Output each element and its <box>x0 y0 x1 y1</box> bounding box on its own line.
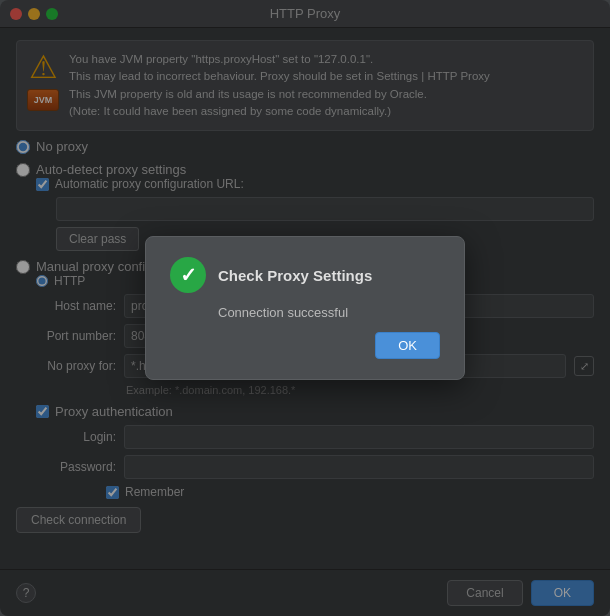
success-icon: ✓ <box>170 257 206 293</box>
dialog-box: ✓ Check Proxy Settings Connection succes… <box>145 236 465 380</box>
dialog-message: Connection successful <box>170 305 440 320</box>
dialog-overlay: ✓ Check Proxy Settings Connection succes… <box>0 0 610 616</box>
main-window: HTTP Proxy ⚠ JVM You have JVM property "… <box>0 0 610 616</box>
dialog-header: ✓ Check Proxy Settings <box>170 257 440 293</box>
checkmark-icon: ✓ <box>180 263 197 287</box>
dialog-ok-button[interactable]: OK <box>375 332 440 359</box>
dialog-title: Check Proxy Settings <box>218 267 372 284</box>
dialog-footer: OK <box>170 332 440 359</box>
